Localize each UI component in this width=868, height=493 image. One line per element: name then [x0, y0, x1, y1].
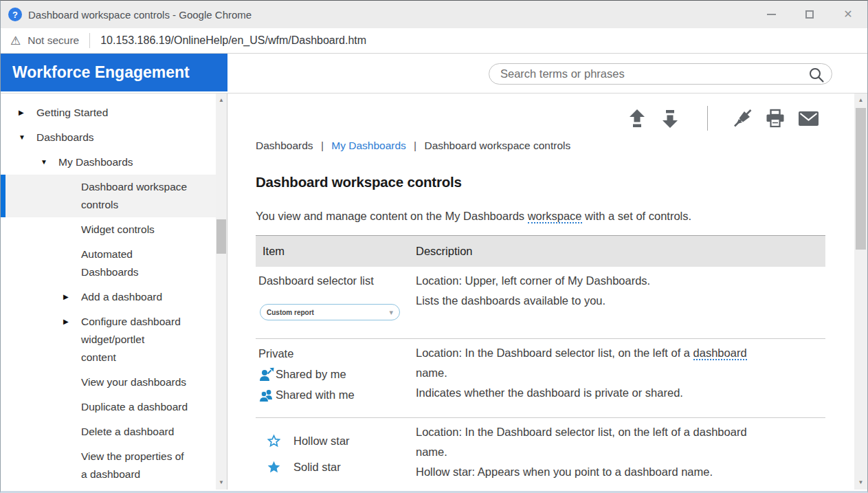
- table-header-row: Item Description: [256, 235, 825, 267]
- close-button[interactable]: ✕: [829, 1, 867, 28]
- content-scrollbar-thumb[interactable]: [856, 108, 866, 250]
- not-secure-label[interactable]: Not secure: [27, 34, 79, 47]
- sidebar-item-configure-dashboard-widget-portlet-content[interactable]: ▶ Configure dashboard widget/portlet con…: [1, 309, 216, 370]
- app-title: Workforce Engagement: [1, 54, 227, 91]
- expander-collapsed-icon[interactable]: ▶: [63, 288, 81, 306]
- highlighter-slash-icon: [733, 109, 753, 128]
- toolbar-divider: [707, 106, 708, 131]
- item-label: Solid star: [293, 461, 341, 474]
- item-label: Dashboard selector list: [258, 271, 416, 291]
- sidebar-item-view-the-properties-of-a-dashboard[interactable]: View the properties of a dashboard: [1, 444, 216, 487]
- sidebar-item-dashboard-workspace-controls[interactable]: Dashboard workspace controls: [1, 175, 216, 217]
- browser-window: ? Dashboard workspace controls - Google …: [0, 0, 868, 493]
- address-bar[interactable]: ⚠ Not secure 10.153.186.19/OnlineHelp/en…: [1, 28, 867, 54]
- maximize-button[interactable]: [790, 1, 829, 28]
- table-row: Dashboard selector list Custom report ▾ …: [256, 267, 825, 339]
- page-title: Dashboard workspace controls: [256, 174, 854, 190]
- expander-expanded-icon[interactable]: ▼: [41, 153, 58, 171]
- dashboard-selector-illustration: Custom report ▾: [260, 304, 400, 320]
- intro-text: You view and manage content on the My Da…: [256, 210, 528, 222]
- down-arrow-icon: [662, 109, 678, 128]
- email-button[interactable]: [799, 111, 819, 126]
- sidebar-item-duplicate-a-dashboard[interactable]: Duplicate a dashboard: [1, 395, 216, 419]
- url-text[interactable]: 10.153.186.19/OnlineHelp/en_US/wfm/Dashb…: [100, 34, 366, 47]
- sidebar-item-add-a-dashboard[interactable]: ▶ Add a dashboard: [1, 285, 216, 309]
- close-icon: ✕: [843, 9, 852, 20]
- controls-table: Item Description Dashboard selector list…: [256, 235, 825, 490]
- item-label: Private: [258, 347, 293, 360]
- scroll-up-icon[interactable]: ▲: [216, 95, 227, 106]
- shared-with-me-icon: [258, 388, 274, 402]
- search-input[interactable]: [489, 64, 832, 84]
- expander-collapsed-icon[interactable]: ▶: [19, 104, 36, 122]
- title-bar: ? Dashboard workspace controls - Google …: [1, 1, 867, 28]
- table-row: Hollow star Solid star Location: In the …: [256, 418, 825, 490]
- description-text: Location: In the Dashboard selector list…: [416, 343, 805, 363]
- sidebar-item-getting-started[interactable]: ▶ Getting Started: [1, 100, 216, 125]
- window-title: Dashboard workspace controls - Google Ch…: [28, 9, 252, 21]
- sidebar-item-label: Dashboards: [36, 129, 94, 146]
- toc-sidebar: ▶ Getting Started ▼ Dashboards ▼ My Dash…: [1, 94, 216, 490]
- sidebar-item-my-dashboards[interactable]: ▼ My Dashboards: [1, 150, 216, 175]
- glossary-link-workspace[interactable]: workspace: [528, 210, 582, 223]
- description-text: Location: In the Dashboard selector list…: [416, 347, 693, 359]
- sidebar-scrollbar[interactable]: ▲ ▼: [216, 94, 227, 490]
- item-entry-solid-star: Solid star: [258, 454, 416, 480]
- remove-highlights-button[interactable]: [733, 109, 753, 128]
- sidebar-item-label: Configure dashboard widget/portlet conte…: [81, 313, 181, 366]
- solid-star-icon: [267, 461, 280, 474]
- sidebar-item-label: Add a dashboard: [81, 288, 162, 306]
- question-mark-glyph: ?: [12, 10, 18, 20]
- minimize-icon: [767, 14, 776, 15]
- sidebar-item-label: View the properties of a dashboard: [81, 448, 184, 483]
- previous-topic-button[interactable]: [629, 109, 645, 128]
- search-container: [489, 63, 832, 85]
- sidebar-item-widget-controls[interactable]: Widget controls: [1, 217, 216, 242]
- topic-content: Dashboards | My Dashboards | Dashboard w…: [227, 94, 854, 490]
- sidebar-item-dashboards[interactable]: ▼ Dashboards: [1, 125, 216, 150]
- dropdown-value: Custom report: [267, 309, 314, 316]
- breadcrumb-item: Dashboards: [256, 140, 313, 151]
- scroll-up-icon[interactable]: ▲: [854, 95, 867, 106]
- topic-toolbar: [256, 109, 854, 128]
- item-entries: Private Shared by me Shared with me: [258, 343, 416, 405]
- sidebar-item-label: Automated Dashboards: [81, 245, 139, 281]
- column-header-description: Description: [416, 245, 825, 258]
- item-label: Shared by me: [276, 368, 346, 381]
- envelope-icon: [799, 111, 819, 126]
- table-row: Private Shared by me Shared with me: [256, 339, 825, 418]
- sidebar-item-label: My Dashboards: [58, 153, 133, 171]
- scroll-down-icon[interactable]: ▼: [216, 477, 227, 488]
- breadcrumb-separator: |: [321, 140, 324, 151]
- url-divider: [89, 33, 90, 48]
- glossary-link-dashboard[interactable]: dashboard: [693, 347, 747, 360]
- item-entries: Hollow star Solid star: [258, 422, 416, 480]
- main-area: ▶ Getting Started ▼ Dashboards ▼ My Dash…: [1, 94, 867, 490]
- description-text: name.: [416, 442, 805, 462]
- sidebar-item-automated-dashboards[interactable]: Automated Dashboards: [1, 242, 216, 285]
- sidebar-item-label: Duplicate a dashboard: [81, 398, 188, 416]
- print-button[interactable]: [765, 109, 786, 128]
- content-scrollbar[interactable]: ▲ ▼: [854, 94, 867, 490]
- app-header: Workforce Engagement: [1, 54, 867, 94]
- sidebar-item-label: Dashboard workspace controls: [81, 178, 187, 214]
- scroll-down-icon[interactable]: ▼: [854, 477, 867, 488]
- sidebar-item-view-your-dashboards[interactable]: View your dashboards: [1, 370, 216, 395]
- description-text: name.: [416, 363, 805, 383]
- next-topic-button[interactable]: [662, 109, 678, 128]
- minimize-button[interactable]: [752, 1, 790, 28]
- expander-collapsed-icon[interactable]: ▶: [63, 313, 81, 366]
- breadcrumb-link-my-dashboards[interactable]: My Dashboards: [331, 140, 406, 151]
- sidebar-item-label: View your dashboards: [81, 373, 186, 391]
- description-text: Lists the dashboards available to you.: [416, 291, 805, 311]
- sidebar-item-delete-a-dashboard[interactable]: Delete a dashboard: [1, 419, 216, 444]
- sidebar-scrollbar-thumb[interactable]: [216, 219, 226, 254]
- description-text: Location: In the Dashboard selector list…: [416, 422, 805, 442]
- search-icon[interactable]: [808, 67, 825, 83]
- description-text: Indicates whether the dashboard is priva…: [416, 383, 805, 403]
- item-label: Hollow star: [293, 435, 350, 448]
- expander-expanded-icon[interactable]: ▼: [19, 129, 36, 146]
- printer-icon: [765, 109, 786, 128]
- description-text: Hollow star: Appears when you point to a…: [416, 462, 805, 482]
- shared-by-me-icon: [258, 367, 274, 382]
